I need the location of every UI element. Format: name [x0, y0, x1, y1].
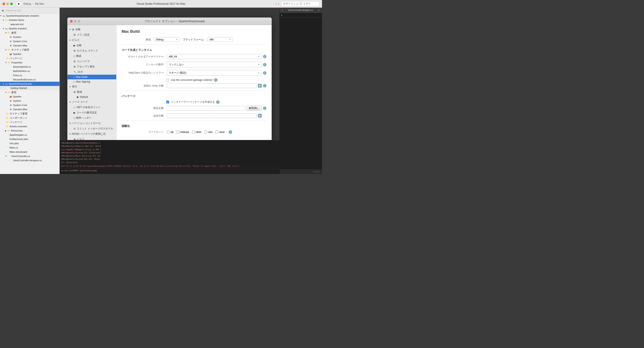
codeset-mideast-checkbox[interactable]: [176, 131, 179, 133]
arch-info-button[interactable]: i: [263, 55, 266, 58]
sidebar-item-assemblyinfo[interactable]: 📄 AssemblyInfo.cs: [0, 65, 60, 69]
concurrent-gc-label: Use the concurrent garbage collector: [171, 78, 213, 81]
product-def-info-button[interactable]: i: [263, 107, 266, 110]
installer-checkbox[interactable]: [166, 101, 169, 103]
right-panel-chevron[interactable]: ▼: [318, 9, 320, 11]
dsb-vcs-group[interactable]: ▼ バージョン コントロール: [68, 121, 116, 126]
dialog-close-button[interactable]: [70, 20, 72, 22]
sidebar-item-native-refs1[interactable]: ▼ 📁 ネイティブ参照: [0, 48, 60, 52]
mmp-info-button[interactable]: i: [263, 84, 266, 87]
file-tree-sidebar[interactable]: ◀ ソリューション ▼ 🗂 SparkleSharpSample (master…: [0, 8, 60, 174]
dsb-build-group[interactable]: ▼ ビルド: [68, 37, 116, 43]
arch-row: サポートされるアーキテクチャ: x86_64 ▼ i: [122, 54, 266, 59]
sidebar-item-main-cs[interactable]: 📄 Main.cs: [0, 146, 60, 150]
sidebar-item-viewcontroller[interactable]: ▼ 📄 ViewController.cs: [0, 154, 60, 158]
sidebar-item-solution-items[interactable]: ▼ 📁 Solution Items: [0, 18, 60, 22]
dsb-commit-style[interactable]: ⊙ コミット メッセージのスタイル: [68, 126, 116, 131]
dsb-mac-build[interactable]: □ Mac Build: [68, 75, 116, 79]
sidebar-item-appdelegate[interactable]: 📄 AppDelegate.cs: [0, 133, 60, 137]
concurrent-gc-info-button[interactable]: i: [214, 78, 218, 82]
sidebar-item-sparklesharpsample[interactable]: ▼ 🗂 SparkleSharpSample: [0, 82, 60, 86]
sidebar-item-system[interactable]: ⚙ System: [0, 35, 60, 39]
sidebar-item-fixes[interactable]: 📄 Fixes.cs: [0, 73, 60, 77]
dsb-compiler[interactable]: ⚙ コンパイラ: [68, 59, 116, 64]
sidebar-item-packages2[interactable]: 📁 パッケージ: [0, 120, 60, 124]
sidebar-item-main-storyboard[interactable]: 📄 Main.storyboard: [0, 150, 60, 154]
sidebar-item-packages1[interactable]: 📁 パッケージ: [0, 56, 60, 60]
sidebar-item-system-core2[interactable]: ⚙ System.Core: [0, 103, 60, 107]
close-button[interactable]: [2, 2, 5, 5]
dsb-assembly-sign[interactable]: ⚙ アセンブリ署名: [68, 64, 116, 69]
extra-args-run-button[interactable]: ▶: [258, 114, 262, 118]
sidebar-item-assets[interactable]: 📁 Assets.xcassets: [0, 124, 60, 129]
dsb-standard-header[interactable]: □ 標準ヘッダー: [68, 115, 116, 121]
maximize-button[interactable]: [10, 2, 13, 5]
right-panel-close[interactable]: ×: [282, 9, 283, 11]
sidebar-item-sparkle1[interactable]: 📦 Sparkle: [0, 52, 60, 56]
dsb-output[interactable]: 🔧 出力: [68, 69, 116, 75]
sidebar-item-viewcontroller-designer[interactable]: 📄 ViewController.designer.cs: [0, 158, 60, 163]
mmp-run-button[interactable]: ▶: [258, 84, 262, 88]
sidebar-item-appcast[interactable]: 📄 appcast.xml: [0, 22, 60, 26]
sidebar-item-entitlements[interactable]: 📄 Entitlements.plist: [0, 137, 60, 141]
dsb-net-naming[interactable]: □ .NET の命名ポリシー: [68, 105, 116, 110]
dsb-nuget-group[interactable]: ▼ NuGet パッケージの更新(_U): [68, 131, 116, 137]
extra-args-input[interactable]: [167, 113, 256, 118]
codeset-other-checkbox[interactable]: [192, 131, 195, 133]
sidebar-item-structs[interactable]: 📄 StructsAndEnums.cs: [0, 77, 60, 82]
dsb-mac-signing[interactable]: □ Mac Signing: [68, 79, 116, 84]
dsb-main-settings[interactable]: ⚙ メイン設定: [68, 32, 116, 37]
sidebar-item-properties[interactable]: ▼ 📁 Properties: [0, 60, 60, 65]
sidebar-item-xamarin-mac2[interactable]: ⚙ Xamarin.Mac: [0, 107, 60, 111]
arch-select[interactable]: x86_64 ▼: [167, 54, 262, 59]
config-select[interactable]: Debug ▼: [154, 37, 180, 42]
dsb-code-style[interactable]: ▶ コードの書式設定: [68, 110, 116, 115]
sidebar-item-system2[interactable]: ⚙ System: [0, 99, 60, 103]
dsb-general-group[interactable]: ▼ ⚙ 全般: [68, 27, 116, 32]
codeset-info-button[interactable]: i: [229, 130, 232, 134]
codeset-west-checkbox[interactable]: [216, 131, 218, 133]
mmp-input[interactable]: [167, 83, 256, 88]
dsb-default[interactable]: ▶ Default: [68, 95, 116, 99]
dsb-run-group[interactable]: ▼ 実行: [68, 84, 116, 89]
codeset-cjk-checkbox[interactable]: [167, 131, 170, 133]
sidebar-item-sparkle2[interactable]: 📦 Sparkle: [0, 94, 60, 99]
sidebar-item-solution-root[interactable]: ▼ 🗂 SparkleSharpSample (master): [0, 14, 60, 18]
httpclient-select[interactable]: マネージ (既定) ▼: [167, 70, 262, 76]
sidebar-item-xamarin-mac[interactable]: ⚙ Xamarin.Mac: [0, 43, 60, 48]
minimize-button[interactable]: [6, 2, 9, 5]
config-dropdown-arrow: ▼: [176, 38, 178, 41]
dsb-config[interactable]: □ 構成: [68, 53, 116, 59]
console-content: /MonoBundle/SparkleSharpSample.e /MonoBu…: [60, 140, 280, 174]
concurrent-gc-row: Use the concurrent garbage collector i: [122, 78, 266, 82]
sidebar-item-info-plist[interactable]: 📄 Info.plist: [0, 141, 60, 146]
dsb-run-config[interactable]: ⚙ 構成: [68, 89, 116, 95]
concurrent-gc-checkbox[interactable]: [166, 79, 169, 81]
linker-select[interactable]: リンクしない ▼: [167, 62, 262, 67]
linker-info-button[interactable]: i: [263, 63, 266, 66]
sidebar-item-resources[interactable]: ▶ 📁 Resources: [0, 129, 60, 133]
search-placeholder[interactable]: 検索するには '器' を押す: [281, 1, 320, 6]
browse-button[interactable]: 参照(B)...: [246, 106, 262, 111]
sidebar-item-getting-started[interactable]: 📄 Getting Started: [0, 86, 60, 90]
sidebar-item-refs2[interactable]: ▼ 📁 参照: [0, 90, 60, 94]
dsb-custom-commands[interactable]: ⚙ カスタム コマンド: [68, 48, 116, 53]
sidebar-item-native-refs2[interactable]: 📁 ネイティブ参照: [0, 111, 60, 116]
sidebar-item-system-core[interactable]: ⚙ System.Core: [0, 39, 60, 43]
installer-info-button[interactable]: i: [216, 100, 220, 104]
sidebar-item-refs1[interactable]: ▼ 📁 参照: [0, 31, 60, 35]
platform-select[interactable]: x86 ▼: [208, 37, 233, 42]
console-line-1: /MonoBundle/SparkleSharpSample.e: [61, 142, 278, 145]
dialog-min-button[interactable]: [74, 20, 76, 22]
httpclient-info-button[interactable]: i: [263, 71, 266, 75]
dialog-max-button[interactable]: [78, 20, 80, 22]
play-button[interactable]: ▶: [16, 2, 22, 6]
sidebar-item-sparkle-master[interactable]: ▼ 🗂 Sparkle (master): [0, 26, 60, 31]
right-panel-tab[interactable]: ViewController.designer.cs: [288, 9, 313, 11]
sidebar-item-components[interactable]: 📁 コンポーネント: [0, 116, 60, 120]
dsb-source-group[interactable]: ▼ ソース コード: [68, 99, 116, 105]
codeset-rare-checkbox[interactable]: [204, 131, 207, 133]
product-def-input[interactable]: [167, 106, 245, 111]
dsb-build-general[interactable]: ▶ 全般: [68, 43, 116, 48]
sidebar-item-apidefinition[interactable]: 📄 ApiDefinition.cs: [0, 69, 60, 73]
